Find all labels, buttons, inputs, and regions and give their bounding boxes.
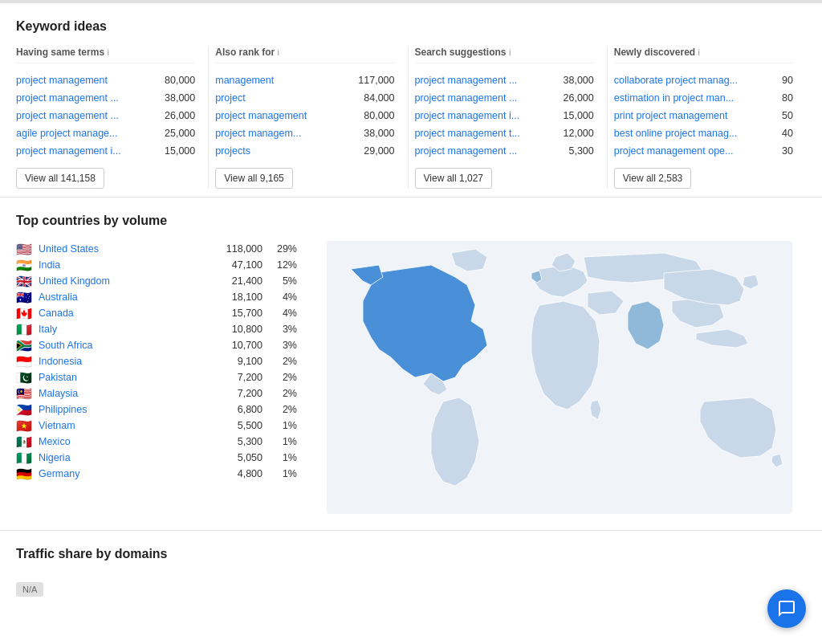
keyword-link[interactable]: project management ... — [16, 110, 119, 121]
keyword-link[interactable]: project management ... — [415, 145, 518, 157]
traffic-section: Traffic share by domains N/A — [0, 531, 822, 613]
keyword-ideas-section: Keyword ideas Having same terms iproject… — [0, 3, 822, 198]
country-pct: 1% — [269, 436, 297, 447]
keyword-row: management117,000 — [215, 71, 394, 89]
country-row: 🇬🇧United Kingdom21,4005% — [16, 273, 297, 289]
country-flag: 🇺🇸 — [16, 243, 32, 255]
country-row: 🇵🇰Pakistan7,2002% — [16, 369, 297, 385]
country-name[interactable]: Australia — [39, 291, 208, 303]
keyword-row: project management80,000 — [16, 71, 195, 89]
country-volume: 7,200 — [214, 388, 262, 399]
keyword-link[interactable]: management — [215, 75, 274, 86]
country-name[interactable]: Germany — [39, 468, 208, 479]
country-flag: 🇨🇦 — [16, 308, 32, 319]
country-name[interactable]: India — [39, 259, 208, 271]
country-flag: 🇮🇳 — [16, 259, 32, 271]
keyword-row: print project management50 — [614, 107, 793, 124]
col-header-info-also_rank_for: i — [278, 47, 279, 57]
view-all-btn-search_suggestions[interactable]: View all 1,027 — [415, 168, 493, 189]
col-header-also_rank_for: Also rank for i — [215, 47, 394, 63]
country-name[interactable]: United Kingdom — [39, 275, 208, 287]
view-all-btn-also_rank_for[interactable]: View all 9,165 — [215, 168, 293, 189]
keyword-row: estimation in project man...80 — [614, 89, 793, 107]
world-map-container — [313, 241, 806, 514]
col-header-info-search_suggestions: i — [509, 47, 511, 57]
country-pct: 29% — [269, 243, 297, 255]
country-name[interactable]: Vietnam — [39, 420, 208, 431]
keyword-volume: 15,000 — [165, 145, 195, 157]
keyword-link[interactable]: agile project manage... — [16, 128, 117, 139]
country-pct: 3% — [269, 324, 297, 335]
country-name[interactable]: Philippines — [39, 404, 208, 415]
country-name[interactable]: United States — [39, 243, 208, 255]
country-row: 🇩🇪Germany4,8001% — [16, 466, 297, 482]
keyword-link[interactable]: project management ... — [16, 92, 119, 104]
country-row: 🇵🇭Philippines6,8002% — [16, 401, 297, 418]
country-name[interactable]: Italy — [39, 324, 208, 335]
keyword-link[interactable]: estimation in project man... — [614, 92, 734, 104]
keyword-volume: 80,000 — [165, 75, 195, 86]
keyword-volume: 117,000 — [358, 75, 394, 86]
country-volume: 10,700 — [214, 340, 262, 351]
keyword-link[interactable]: print project management — [614, 110, 728, 121]
country-pct: 12% — [269, 259, 297, 271]
keyword-row: project management ...26,000 — [415, 89, 594, 107]
country-volume: 5,500 — [214, 420, 262, 431]
keyword-link[interactable]: project — [215, 92, 246, 104]
keyword-link[interactable]: project management ... — [415, 92, 518, 104]
keyword-row: project management i...15,000 — [415, 107, 594, 124]
countries-layout: 🇺🇸United States118,00029%🇮🇳India47,10012… — [16, 241, 806, 514]
country-flag: 🇮🇩 — [16, 356, 32, 367]
keyword-volume: 26,000 — [165, 110, 195, 121]
keyword-link[interactable]: project management — [215, 110, 307, 121]
keyword-link[interactable]: projects — [215, 145, 250, 157]
country-row: 🇲🇾Malaysia7,2002% — [16, 385, 297, 401]
country-volume: 18,100 — [214, 291, 262, 303]
country-name[interactable]: Indonesia — [39, 356, 208, 367]
country-flag: 🇲🇽 — [16, 436, 32, 447]
country-name[interactable]: Pakistan — [39, 372, 208, 383]
keyword-link[interactable]: collaborate project manag... — [614, 75, 738, 86]
country-name[interactable]: Mexico — [39, 436, 208, 447]
world-map — [327, 241, 792, 514]
country-name[interactable]: Canada — [39, 308, 208, 319]
keyword-col-newly_discovered: Newly discovered icollaborate project ma… — [608, 47, 806, 189]
country-name[interactable]: Malaysia — [39, 388, 208, 399]
keyword-volume: 38,000 — [165, 92, 195, 104]
country-flag: 🇻🇳 — [16, 420, 32, 431]
countries-list: 🇺🇸United States118,00029%🇮🇳India47,10012… — [16, 241, 297, 514]
keyword-row: project management ...38,000 — [415, 71, 594, 89]
keyword-link[interactable]: project management — [16, 75, 108, 86]
keyword-link[interactable]: project managem... — [215, 128, 301, 139]
col-header-search_suggestions: Search suggestions i — [415, 47, 594, 63]
country-pct: 3% — [269, 340, 297, 351]
country-volume: 4,800 — [214, 468, 262, 479]
view-all-btn-newly_discovered[interactable]: View all 2,583 — [614, 168, 692, 189]
keyword-link[interactable]: project management ... — [415, 75, 518, 86]
keyword-link[interactable]: project management i... — [16, 145, 121, 157]
country-row: 🇨🇦Canada15,7004% — [16, 305, 297, 321]
country-flag: 🇵🇰 — [16, 372, 32, 383]
country-flag: 🇵🇭 — [16, 404, 32, 415]
country-name[interactable]: Nigeria — [39, 452, 208, 463]
keyword-link[interactable]: best online project manag... — [614, 128, 738, 139]
keyword-volume: 80,000 — [364, 110, 394, 121]
country-name[interactable]: South Africa — [39, 340, 208, 351]
country-flag: 🇿🇦 — [16, 340, 32, 351]
keyword-link[interactable]: project management ope... — [614, 145, 734, 157]
keyword-volume: 90 — [782, 75, 793, 86]
keyword-row: best online project manag...40 — [614, 124, 793, 142]
keyword-link[interactable]: project management i... — [415, 110, 520, 121]
country-row: 🇮🇳India47,10012% — [16, 257, 297, 273]
country-flag: 🇬🇧 — [16, 275, 32, 287]
keyword-columns: Having same terms iproject management80,… — [16, 47, 806, 189]
keyword-link[interactable]: project management t... — [415, 128, 520, 139]
country-row: 🇿🇦South Africa10,7003% — [16, 337, 297, 353]
view-all-btn-having_same_terms[interactable]: View all 141,158 — [16, 168, 104, 189]
keyword-volume: 15,000 — [564, 110, 594, 121]
country-row: 🇲🇽Mexico5,3001% — [16, 434, 297, 450]
col-header-info-having_same_terms: i — [107, 47, 108, 57]
country-pct: 2% — [269, 388, 297, 399]
keyword-volume: 26,000 — [564, 92, 594, 104]
country-pct: 4% — [269, 308, 297, 319]
